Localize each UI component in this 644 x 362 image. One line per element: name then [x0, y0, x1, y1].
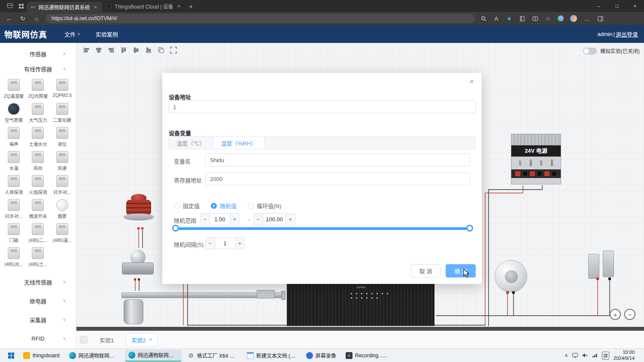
- display-icon[interactable]: [572, 352, 578, 359]
- sensor-item[interactable]: ZQ光照度: [26, 79, 50, 99]
- tab-close-icon[interactable]: ×: [149, 337, 152, 343]
- maximize-button[interactable]: □: [608, 0, 626, 12]
- increment-button[interactable]: +: [230, 214, 239, 225]
- align-left-icon[interactable]: [82, 46, 90, 54]
- taskbar-item-thingsboard[interactable]: thingsboard: [20, 350, 63, 362]
- taskbar-item-formatfactory[interactable]: ⚙ 格式工厂 X64 5.17: [184, 350, 241, 362]
- menu-file[interactable]: 文件 ∨: [57, 25, 88, 43]
- decrement-button[interactable]: −: [200, 214, 210, 225]
- increment-button[interactable]: +: [286, 214, 295, 225]
- search-icon[interactable]: [479, 14, 488, 23]
- increment-button[interactable]: +: [235, 238, 244, 249]
- tab-temperature[interactable]: 温度（℃）: [169, 137, 213, 149]
- fit-screen-icon[interactable]: [170, 46, 177, 54]
- minimize-button[interactable]: –: [590, 0, 608, 12]
- range-min-value[interactable]: 1.00: [210, 214, 230, 225]
- profile-avatar[interactable]: [569, 14, 578, 23]
- sensor-item[interactable]: 火焰探测: [26, 175, 50, 195]
- sensor-item[interactable]: 微波开关: [26, 199, 50, 219]
- browser-tab-2[interactable]: ThingsBoard Cloud | 设备 ×: [102, 0, 185, 12]
- sensor-item[interactable]: 红外对...: [2, 199, 26, 219]
- sensor-item[interactable]: ZQPM2.5: [50, 79, 74, 99]
- address-bar[interactable]: https://iot-ai.net.cn/IOTVM/#/: [46, 14, 475, 23]
- copilot-icon[interactable]: [556, 14, 565, 23]
- device-address-input[interactable]: [168, 100, 476, 113]
- layers-icon[interactable]: [157, 46, 165, 54]
- sensor-item[interactable]: 土壤水分: [26, 127, 50, 147]
- register-address-input[interactable]: [205, 172, 470, 185]
- tab-experiment-1[interactable]: 实验1: [94, 334, 119, 346]
- decrement-button[interactable]: −: [206, 238, 215, 249]
- window-close-button[interactable]: ×: [626, 0, 644, 12]
- sensor-item[interactable]: 空气质量: [2, 103, 26, 123]
- range-max-value[interactable]: 100.00: [263, 214, 286, 225]
- zoom-out-button[interactable]: −: [624, 309, 635, 320]
- align-middle-icon[interactable]: [132, 46, 140, 54]
- interval-value[interactable]: 1: [215, 238, 235, 249]
- sensor-item[interactable]: 红外对...: [50, 175, 74, 195]
- cancel-button[interactable]: 取 消: [411, 264, 441, 278]
- sensor-item[interactable]: 风向: [26, 151, 50, 171]
- logout-link[interactable]: 退出登录: [616, 30, 638, 38]
- split-screen-icon[interactable]: [531, 14, 539, 23]
- sensor-item[interactable]: 水温: [2, 151, 26, 171]
- sensor-item[interactable]: (485)二...: [26, 223, 50, 243]
- radio-random-value[interactable]: 随机值: [211, 202, 237, 210]
- tab-close-icon[interactable]: ×: [93, 4, 98, 10]
- network-icon[interactable]: [592, 352, 598, 359]
- slider-handle-min[interactable]: [172, 225, 179, 232]
- sensor-item[interactable]: ZQ温湿度: [2, 79, 26, 99]
- zoom-in-button[interactable]: +: [610, 309, 621, 320]
- simulation-toggle[interactable]: [583, 48, 597, 54]
- canvas-horizontal-scrollbar[interactable]: [76, 327, 644, 331]
- browser-tab-1[interactable]: IoT 网迅通物联网仿真系统 ×: [27, 2, 102, 12]
- sidebar-toggle-icon[interactable]: [596, 14, 605, 23]
- radio-fixed-value[interactable]: 固定值: [174, 202, 200, 210]
- sensor-item[interactable]: (485)光...: [2, 247, 26, 267]
- decrement-button[interactable]: −: [254, 214, 263, 225]
- sensor-item[interactable]: 大气压力: [26, 103, 50, 123]
- dialog-close-icon[interactable]: ×: [469, 77, 474, 86]
- tab-actions-icon[interactable]: [15, 2, 27, 10]
- confirm-button[interactable]: 确 定: [446, 264, 476, 278]
- back-button[interactable]: ←: [4, 15, 14, 22]
- settings-ellipsis-icon[interactable]: …: [582, 15, 592, 22]
- sensor-item[interactable]: (485)土...: [26, 247, 50, 267]
- sensor-item[interactable]: 门磁: [2, 223, 26, 243]
- read-aloud-icon[interactable]: A: [492, 14, 501, 23]
- range-slider[interactable]: [174, 227, 471, 230]
- sensor-item[interactable]: 人体探测: [2, 175, 26, 195]
- section-wireless-sensors[interactable]: 无线传感器 ∨: [0, 278, 76, 286]
- ime-indicator[interactable]: 拼: [602, 352, 609, 359]
- tray-chevron-icon[interactable]: ∧: [565, 353, 568, 358]
- tab-humidity[interactable]: 湿度（%RH）: [213, 137, 264, 149]
- sensor-item[interactable]: 风速: [50, 151, 74, 171]
- section-sensors[interactable]: 传感器 ∧: [0, 49, 76, 58]
- taskbar-clock[interactable]: 10:00 2024/9/14: [614, 350, 635, 362]
- experiment-menu-button[interactable]: [80, 336, 88, 344]
- volume-icon[interactable]: [582, 352, 588, 359]
- menu-experiment-cases[interactable]: 实验案例: [88, 25, 126, 43]
- slider-handle-max[interactable]: [466, 225, 473, 232]
- workspace-icon[interactable]: [4, 2, 15, 10]
- section-wired-sensors[interactable]: 有线传感器 ∧: [0, 64, 76, 73]
- new-tab-button[interactable]: +: [189, 3, 193, 10]
- section-rfid[interactable]: RFID ∨: [0, 334, 76, 343]
- home-button[interactable]: ⌂: [32, 15, 41, 22]
- tab-close-icon[interactable]: ×: [176, 3, 182, 9]
- section-relay[interactable]: 继电器 ∨: [0, 296, 76, 305]
- section-collector[interactable]: 采集器 ∨: [0, 315, 76, 324]
- sensor-item[interactable]: 液位: [50, 127, 74, 147]
- sensor-item[interactable]: 噪声: [2, 127, 26, 147]
- taskbar-item-edge-1[interactable]: 网迅通物联网仿真...: [66, 350, 122, 362]
- radio-cycle-value[interactable]: 循环值(N): [248, 202, 281, 210]
- start-button[interactable]: [5, 350, 17, 362]
- favorite-star-icon[interactable]: ★: [505, 14, 513, 23]
- collections-icon[interactable]: [518, 14, 526, 23]
- taskbar-item-notepad[interactable]: 新建文本文档 (2) -...: [243, 350, 300, 362]
- align-center-horizontal-icon[interactable]: [95, 46, 103, 54]
- taskbar-item-edge-2[interactable]: 网迅通物联网仿真...: [125, 350, 182, 362]
- refresh-button[interactable]: ↻: [18, 15, 27, 22]
- taskbar-item-screenrecorder[interactable]: 屏幕录像: [303, 350, 340, 362]
- align-top-icon[interactable]: [120, 46, 128, 54]
